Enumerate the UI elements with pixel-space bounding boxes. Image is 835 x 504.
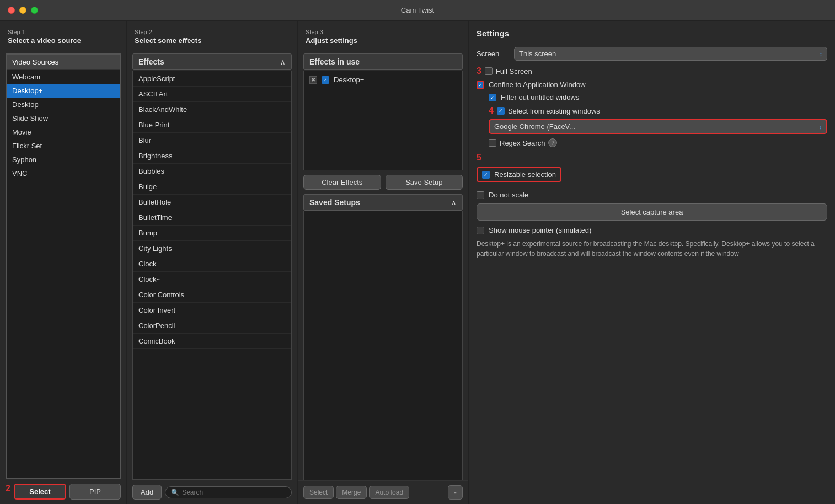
effects-list-header: Effects ∧ — [132, 53, 292, 70]
select-existing-checkbox[interactable]: ✓ — [497, 107, 505, 115]
column-video-sources: Step 1: Select a video source Video Sour… — [0, 21, 127, 504]
remove-effect-button[interactable]: ✖ — [309, 76, 317, 84]
effect-bullettime[interactable]: BulletTime — [133, 210, 291, 226]
list-item-desktop[interactable]: Desktop — [7, 98, 120, 111]
column-adjust: Step 3: Adjust settings Effects in use ✖… — [298, 21, 469, 504]
dropdown-arrow-icon: ↕ — [820, 51, 823, 57]
effect-bullethole[interactable]: BulletHole — [133, 195, 291, 210]
filter-checkbox[interactable]: ✓ — [489, 94, 496, 101]
effect-blue-print[interactable]: Blue Print — [133, 117, 291, 133]
video-sources-header: Video Sources — [7, 55, 120, 70]
resizable-checkbox[interactable]: ✓ — [482, 171, 490, 179]
effect-colorpencil[interactable]: ColorPencil — [133, 318, 291, 334]
filter-label: Filter out untitled widows — [501, 93, 579, 101]
saved-setups-title: Saved Setups — [309, 198, 360, 207]
effect-city-lights[interactable]: City Lights — [133, 241, 291, 256]
col1-footer: 2 Select PIP — [0, 479, 126, 504]
list-item-webcam[interactable]: Webcam — [7, 70, 120, 84]
column-effects: Step 2: Select some effects Effects ∧ Ap… — [127, 21, 298, 504]
settings-content: Screen This screen ↕ 3 Full Screen ✓ Con… — [469, 47, 835, 504]
regex-checkbox[interactable] — [489, 139, 496, 147]
list-item-slideshow[interactable]: Slide Show — [7, 111, 120, 125]
search-box[interactable]: 🔍 — [165, 486, 292, 498]
effect-color-invert[interactable]: Color Invert — [133, 303, 291, 318]
settings-title: Settings — [477, 29, 827, 38]
select-setup-button[interactable]: Select — [303, 486, 334, 499]
merge-button[interactable]: Merge — [336, 486, 367, 499]
regex-help-button[interactable]: ? — [548, 138, 557, 147]
step2-title: Select some effects — [135, 36, 290, 45]
description-text: Desktop+ is an experimental source for b… — [477, 239, 827, 259]
select-button[interactable]: Select — [14, 484, 66, 500]
col2-footer: Add 🔍 — [127, 480, 297, 504]
list-item-syphon[interactable]: Syphon — [7, 153, 120, 167]
fullscreen-checkbox[interactable] — [485, 67, 493, 75]
window-dropdown-row: Google Chrome (FaceV... ↕ — [489, 119, 827, 134]
show-mouse-checkbox[interactable] — [477, 227, 484, 234]
confine-label: Confine to Application Window — [489, 81, 586, 89]
effect-bulge[interactable]: Bulge — [133, 179, 291, 195]
list-item-flickr[interactable]: Flickr Set — [7, 139, 120, 153]
effect-blackandwhite[interactable]: BlackAndWhite — [133, 102, 291, 117]
list-item-desktop-plus[interactable]: Desktop+ — [7, 84, 120, 98]
step3-title: Adjust settings — [306, 36, 461, 45]
settings-header: Settings — [469, 21, 835, 47]
effect-checkbox[interactable]: ✓ — [322, 76, 329, 84]
screen-dropdown[interactable]: This screen ↕ — [514, 47, 827, 61]
titlebar: Cam Twist — [0, 0, 835, 21]
resizable-label: Resizable selection — [494, 170, 556, 179]
window-dropdown-arrow-icon: ↕ — [819, 124, 822, 130]
step2-label: Step 2: — [135, 29, 290, 35]
show-mouse-label: Show mouse pointer (simulated) — [489, 226, 591, 234]
resizable-selection-row: ✓ Resizable selection — [477, 167, 561, 182]
resizable-row-container: ✓ Resizable selection — [477, 167, 827, 186]
save-setup-button[interactable]: Save Setup — [386, 175, 463, 190]
effect-comicbook[interactable]: ComicBook — [133, 334, 291, 349]
select-capture-area-button[interactable]: Select capture area — [477, 203, 827, 221]
chevron-up-icon-saved: ∧ — [451, 199, 457, 207]
maximize-button[interactable] — [31, 7, 38, 14]
window-dropdown[interactable]: Google Chrome (FaceV... ↕ — [489, 119, 827, 134]
step2-header: Step 2: Select some effects — [127, 21, 297, 53]
app-title: Cam Twist — [401, 6, 434, 14]
column-settings: Settings Screen This screen ↕ 3 Full Scr… — [469, 21, 835, 504]
effect-clock[interactable]: Clock — [133, 256, 291, 272]
step3-label: Step 3: — [306, 29, 461, 35]
do-not-scale-checkbox[interactable] — [477, 191, 484, 199]
effect-ascii-art[interactable]: ASCII Art — [133, 87, 291, 102]
saved-setups-list — [303, 211, 463, 480]
autoload-button[interactable]: Auto load — [369, 486, 409, 499]
effect-bump[interactable]: Bump — [133, 226, 291, 241]
clear-effects-button[interactable]: Clear Effects — [303, 175, 381, 190]
minimize-button[interactable] — [19, 7, 26, 14]
chevron-up-icon: ∧ — [280, 58, 286, 66]
add-effect-button[interactable]: Add — [132, 485, 162, 500]
search-icon: 🔍 — [171, 489, 179, 496]
effect-clock-tilde[interactable]: Clock~ — [133, 272, 291, 287]
close-button[interactable] — [8, 7, 15, 14]
effect-blur[interactable]: Blur — [133, 133, 291, 148]
effects-in-use-header: Effects in use — [303, 53, 463, 70]
confine-checkbox[interactable]: ✓ — [477, 81, 484, 89]
annotation-3: 3 — [477, 66, 481, 76]
do-not-scale-row: Do not scale — [477, 191, 827, 199]
effect-brightness[interactable]: Brightness — [133, 148, 291, 164]
screen-value: This screen — [519, 50, 556, 58]
list-item-movie[interactable]: Movie — [7, 125, 120, 139]
step1-title: Select a video source — [8, 36, 119, 45]
do-not-scale-label: Do not scale — [489, 191, 528, 199]
effect-color-controls[interactable]: Color Controls — [133, 287, 291, 303]
pip-button[interactable]: PIP — [69, 484, 121, 500]
search-input[interactable] — [182, 489, 286, 496]
screen-label: Screen — [477, 50, 510, 58]
effect-bubbles[interactable]: Bubbles — [133, 164, 291, 179]
step1-label: Step 1: — [8, 29, 119, 35]
remove-setup-button[interactable]: - — [448, 485, 463, 500]
annotation-5: 5 — [477, 153, 827, 163]
effect-applescript[interactable]: AppleScript — [133, 71, 291, 87]
inuse-item-label: Desktop+ — [334, 76, 364, 84]
filter-row: ✓ Filter out untitled widows — [489, 93, 827, 101]
inuse-item-desktop-plus: ✖ ✓ Desktop+ — [304, 71, 462, 88]
show-mouse-row: Show mouse pointer (simulated) — [477, 226, 827, 234]
list-item-vnc[interactable]: VNC — [7, 167, 120, 180]
